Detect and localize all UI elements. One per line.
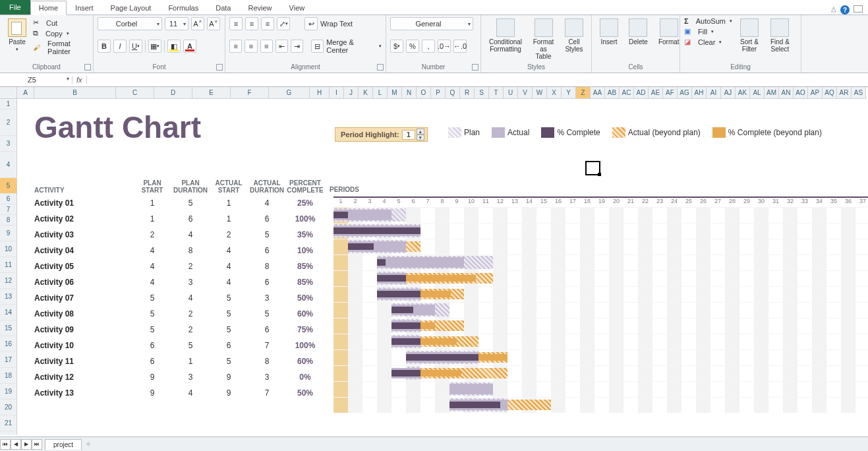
cell-actual-start[interactable]: 9: [210, 373, 248, 382]
percent-button[interactable]: %: [406, 40, 419, 53]
col-header[interactable]: AN: [779, 87, 794, 98]
cell-actual-duration[interactable]: 3: [248, 293, 286, 303]
cell-plan-start[interactable]: 4: [133, 278, 171, 287]
cell-plan-duration[interactable]: 2: [171, 262, 210, 271]
col-header[interactable]: AK: [736, 87, 750, 98]
cell-plan-start[interactable]: 2: [133, 230, 171, 239]
row-header[interactable]: 9: [0, 226, 16, 241]
cell-activity[interactable]: Activity 09: [34, 325, 133, 334]
row-header[interactable]: 5: [0, 178, 16, 194]
col-header[interactable]: J: [344, 87, 359, 98]
cell-activity[interactable]: Activity 11: [34, 357, 133, 366]
cell-plan-duration[interactable]: 1: [171, 357, 210, 366]
format-as-table-button[interactable]: Format as Table: [529, 17, 558, 61]
cell-plan-duration[interactable]: 2: [171, 325, 210, 334]
row-header[interactable]: 3: [0, 136, 16, 152]
font-name-combo[interactable]: Corbel: [98, 17, 162, 30]
cell-percent[interactable]: 0%: [286, 373, 324, 382]
paste-button[interactable]: Paste ▾: [4, 17, 30, 53]
row-header[interactable]: 14: [0, 305, 16, 320]
cell-activity[interactable]: Activity 12: [34, 373, 133, 382]
table-row[interactable]: Activity 01151425%: [34, 195, 324, 211]
cell-activity[interactable]: Activity 07: [34, 293, 133, 303]
align-right-button[interactable]: ≡: [260, 40, 273, 53]
cell-actual-duration[interactable]: 6: [248, 325, 286, 334]
decrease-decimal-button[interactable]: ←.0: [453, 40, 467, 53]
col-header[interactable]: AB: [605, 87, 620, 98]
cell-plan-start[interactable]: 6: [133, 357, 171, 366]
col-header[interactable]: K: [359, 87, 373, 98]
col-header[interactable]: AS: [852, 87, 866, 98]
col-header[interactable]: P: [431, 87, 446, 98]
col-header[interactable]: V: [518, 87, 533, 98]
row-header[interactable]: 17: [0, 352, 16, 368]
table-row[interactable]: Activity 09525675%: [34, 322, 324, 338]
cell-actual-start[interactable]: 1: [210, 214, 248, 224]
help-icon[interactable]: ?: [840, 5, 850, 15]
cell-actual-duration[interactable]: 8: [248, 357, 286, 366]
tab-nav-prev[interactable]: ◀: [11, 439, 21, 450]
col-header[interactable]: B: [34, 87, 116, 98]
cell-plan-start[interactable]: 9: [133, 373, 171, 382]
cell-plan-start[interactable]: 1: [133, 198, 171, 208]
sheet-tab[interactable]: project: [45, 439, 82, 450]
decrease-indent-button[interactable]: ⇤: [275, 40, 288, 53]
col-header[interactable]: AG: [678, 87, 692, 98]
cell-plan-duration[interactable]: 3: [171, 373, 210, 382]
align-top-button[interactable]: ≡: [229, 17, 243, 30]
tab-review[interactable]: Review: [239, 1, 280, 15]
row-header[interactable]: 8: [0, 215, 16, 226]
cell-percent[interactable]: 100%: [286, 214, 324, 224]
row-header[interactable]: 4: [0, 152, 16, 178]
table-row[interactable]: Activity 1293930%: [34, 369, 324, 385]
cell-actual-duration[interactable]: 5: [248, 309, 286, 318]
cell-activity[interactable]: Activity 02: [34, 214, 133, 224]
col-header[interactable]: U: [504, 87, 518, 98]
col-header[interactable]: C: [116, 87, 154, 98]
cell-activity[interactable]: Activity 04: [34, 246, 133, 255]
col-header[interactable]: W: [533, 87, 547, 98]
cell-plan-duration[interactable]: 4: [171, 293, 210, 303]
col-header[interactable]: AD: [634, 87, 649, 98]
cell-plan-start[interactable]: 4: [133, 262, 171, 271]
col-header[interactable]: E: [192, 87, 231, 98]
file-tab[interactable]: File: [0, 0, 30, 15]
cell-actual-start[interactable]: 2: [210, 230, 248, 239]
col-header[interactable]: A: [17, 87, 34, 98]
cell-percent[interactable]: 85%: [286, 262, 324, 271]
align-center-button[interactable]: ≡: [245, 40, 257, 53]
cell-actual-duration[interactable]: 6: [248, 278, 286, 287]
cell-actual-start[interactable]: 5: [210, 309, 248, 318]
col-header[interactable]: M: [388, 87, 402, 98]
dialog-launcher-icon[interactable]: [377, 64, 384, 71]
col-header[interactable]: AA: [591, 87, 605, 98]
table-row[interactable]: Activity 04484610%: [34, 243, 324, 258]
table-row[interactable]: Activity 03242535%: [34, 227, 324, 243]
align-left-button[interactable]: ≡: [229, 40, 242, 53]
col-header[interactable]: AM: [765, 87, 779, 98]
cell-actual-duration[interactable]: 7: [248, 388, 286, 398]
cell-plan-start[interactable]: 9: [133, 388, 171, 398]
cell-actual-start[interactable]: 9: [210, 388, 248, 398]
col-header[interactable]: G: [269, 87, 310, 98]
cell-actual-start[interactable]: 5: [210, 325, 248, 334]
col-header[interactable]: AJ: [721, 87, 736, 98]
cell-plan-duration[interactable]: 5: [171, 198, 210, 208]
col-header[interactable]: O: [417, 87, 431, 98]
format-cells-button[interactable]: Format: [654, 17, 683, 47]
cell-plan-duration[interactable]: 5: [171, 341, 210, 350]
col-header[interactable]: H: [310, 87, 330, 98]
cell-plan-duration[interactable]: 4: [171, 230, 210, 239]
col-header[interactable]: L: [373, 87, 388, 98]
copy-button[interactable]: ⧉ Copy▾: [33, 29, 89, 38]
col-header[interactable]: X: [547, 87, 562, 98]
cut-button[interactable]: ✂ Cut: [33, 18, 89, 27]
row-header[interactable]: 18: [0, 368, 16, 384]
col-header[interactable]: R: [460, 87, 475, 98]
cell-percent[interactable]: 60%: [286, 357, 324, 366]
col-header[interactable]: AQ: [823, 87, 837, 98]
align-bottom-button[interactable]: ≡: [261, 17, 274, 30]
cell-plan-start[interactable]: 5: [133, 309, 171, 318]
underline-button[interactable]: U▾: [129, 40, 142, 53]
tab-nav-first[interactable]: ⏮: [0, 439, 11, 450]
